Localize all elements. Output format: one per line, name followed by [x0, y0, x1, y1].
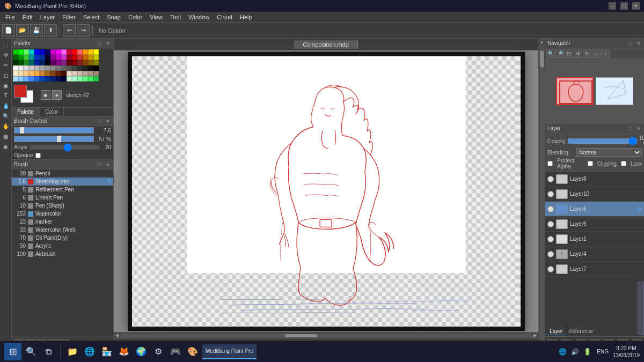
swatch[interactable] — [50, 55, 56, 60]
swatch[interactable] — [40, 65, 45, 71]
select-tool[interactable]: ⬚ — [1, 40, 11, 49]
opaque-checkbox[interactable] — [35, 153, 41, 158]
foreground-color-box[interactable] — [14, 85, 27, 98]
brush-item-acrylic[interactable]: 50 Acrylic — [12, 242, 113, 250]
swatch[interactable] — [67, 49, 72, 55]
swatch[interactable] — [56, 65, 61, 71]
file-explorer-button[interactable]: 📁 — [65, 344, 80, 359]
edge-browser-button[interactable]: 🌐 — [82, 344, 97, 359]
volume-icon[interactable]: 🔊 — [570, 348, 580, 356]
swatch[interactable] — [88, 60, 93, 65]
swatch[interactable] — [56, 49, 61, 55]
search-taskbar-button[interactable]: 🔍 — [24, 344, 39, 359]
layer-item-layer6[interactable]: Layer6 ⚙ — [545, 202, 644, 217]
swatch[interactable] — [45, 60, 50, 65]
brush-star-icon[interactable]: ✦ — [107, 179, 111, 184]
swatch[interactable] — [83, 49, 88, 55]
export-button[interactable]: ⬆ — [44, 24, 57, 37]
eraser-tool[interactable]: ◻ — [1, 70, 11, 80]
swatch[interactable] — [34, 55, 40, 60]
brush-item-watercolor[interactable]: 253 Watercolor — [12, 210, 113, 218]
swatch[interactable] — [77, 49, 83, 55]
palette-close-icon[interactable]: ✕ — [105, 40, 111, 47]
swatch[interactable] — [88, 49, 93, 55]
hand-tool[interactable]: ✋ — [1, 121, 11, 131]
swatch[interactable] — [29, 49, 34, 55]
swatch[interactable] — [83, 65, 88, 71]
swatch[interactable] — [18, 60, 24, 65]
swatch[interactable] — [56, 76, 61, 82]
brush-item-oil-paint[interactable]: 70 Oil Paint(Dry) — [12, 234, 113, 242]
pen-tool active[interactable]: ✏ — [1, 60, 11, 70]
drawing-canvas[interactable] — [128, 52, 525, 331]
swatch[interactable] — [61, 76, 67, 82]
swatch[interactable] — [61, 65, 67, 71]
minecraft-button[interactable]: 🎮 — [168, 344, 183, 359]
swatch[interactable] — [67, 71, 72, 76]
swatch[interactable] — [50, 76, 56, 82]
brush-item-sketching-pen[interactable]: 7.6 Sketching pen ✦ — [12, 178, 113, 186]
layer-item-layer8[interactable]: Layer8 — [545, 172, 644, 187]
menu-filter[interactable]: Filter — [59, 13, 78, 21]
menu-cloud[interactable]: Cloud — [214, 13, 236, 21]
swatch[interactable] — [72, 65, 77, 71]
brush-item-marker[interactable]: 23 marker — [12, 218, 113, 226]
swatch[interactable] — [67, 55, 72, 60]
swatch[interactable] — [45, 65, 50, 71]
tab-color[interactable]: Color — [40, 108, 64, 116]
layer-gear-icon[interactable]: ⚙ — [637, 206, 642, 212]
menu-snap[interactable]: Snap — [104, 13, 124, 21]
swatch[interactable] — [45, 71, 50, 76]
brush-control-expand-icon[interactable]: □ — [97, 118, 103, 124]
scroll-left-arrow[interactable]: ◀ — [114, 333, 120, 339]
layer-visibility-icon[interactable] — [547, 266, 554, 272]
swatch[interactable] — [50, 49, 56, 55]
gradient-tool[interactable]: ▦ — [1, 131, 11, 141]
nav-expand-icon[interactable]: □ — [627, 40, 634, 47]
brush-control-close-icon[interactable]: ✕ — [105, 118, 111, 124]
network-icon[interactable]: 🌐 — [558, 348, 568, 356]
swatch[interactable] — [93, 60, 99, 65]
swatch[interactable] — [77, 65, 83, 71]
menu-edit[interactable]: Edit — [19, 13, 36, 21]
swatch[interactable] — [24, 60, 29, 65]
brush-item-lineart[interactable]: 6 Lineart Pen — [12, 194, 113, 202]
nav-zoom-in[interactable]: 🔍 — [546, 49, 555, 58]
brush-item-pencil[interactable]: 20 Pencil — [12, 169, 113, 178]
swatch[interactable] — [29, 55, 34, 60]
tab-palette[interactable]: Palette — [12, 108, 40, 116]
layer-item-layer7[interactable]: Layer7 — [545, 262, 644, 277]
layer-visibility-icon[interactable] — [547, 251, 554, 257]
start-button[interactable]: ⊞ — [4, 343, 21, 360]
protect-alpha-checkbox[interactable] — [547, 161, 553, 166]
swatch[interactable] — [40, 76, 45, 82]
swatch[interactable] — [45, 55, 50, 60]
nav-rotate-right[interactable]: ↻ — [583, 49, 591, 58]
swatch[interactable] — [77, 71, 83, 76]
brush-item-airbrush[interactable]: 100 Airbrush — [12, 250, 113, 258]
swatch[interactable] — [88, 55, 93, 60]
brush-item-refinement[interactable]: 5 Refinement Pen — [12, 186, 113, 194]
swatch[interactable] — [77, 76, 83, 82]
swatch[interactable] — [24, 76, 29, 82]
open-button[interactable]: 📂 — [16, 24, 29, 37]
layer-item-layer1[interactable]: Layer1 — [545, 232, 644, 247]
angle-slider[interactable] — [30, 145, 99, 150]
menu-view[interactable]: View — [147, 13, 166, 21]
medibang-taskbar-item[interactable]: MediBang Paint Pro — [202, 344, 257, 359]
undo-button[interactable]: ↩ — [63, 24, 76, 37]
swatch[interactable] — [13, 60, 18, 65]
canvas-tab-item[interactable]: Composition.mdp — [294, 40, 358, 49]
layer-visibility-icon[interactable] — [547, 191, 554, 197]
swatch[interactable] — [34, 65, 40, 71]
blur-tool[interactable]: ◉ — [1, 142, 11, 151]
swatch[interactable] — [34, 60, 40, 65]
swatch[interactable] — [34, 76, 40, 82]
menu-select[interactable]: Select — [80, 13, 103, 21]
tab-layer[interactable]: Layer — [547, 328, 565, 335]
brush-list-expand-icon[interactable]: □ — [97, 161, 103, 168]
swatch[interactable] — [24, 49, 29, 55]
nav-zoom-out[interactable]: 🔎 — [555, 49, 564, 58]
nav-flip-h[interactable]: ↔ — [592, 49, 601, 58]
swatch[interactable] — [18, 55, 24, 60]
